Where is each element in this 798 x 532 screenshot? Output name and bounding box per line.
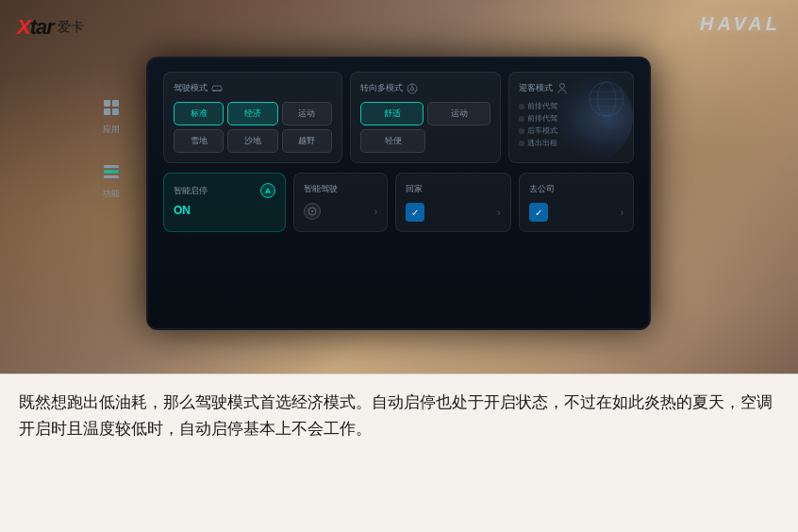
- caption-text: 既然想跑出低油耗，那么驾驶模式首选经济模式。自动启停也处于开启状态，不过在如此炎…: [19, 390, 779, 442]
- drive-mode-standard[interactable]: 标准: [174, 102, 224, 125]
- drive-mode-economy[interactable]: 经济: [227, 102, 277, 125]
- company-nav-chevron: ›: [621, 208, 623, 218]
- drive-mode-sand[interactable]: 沙地: [227, 129, 277, 153]
- steer-sport[interactable]: 运动: [427, 102, 490, 125]
- drive-mode-buttons: 标准 经济 运动 雪地 沙地 越野: [174, 102, 332, 153]
- aika-label: 爱卡: [58, 19, 84, 36]
- company-nav-content: ✓ ›: [529, 203, 624, 222]
- svg-rect-6: [104, 175, 119, 178]
- drive-mode-panel: 驾驶模式 标准 经济 运动 雪地: [163, 72, 342, 163]
- passenger-item-4[interactable]: 逃出出租: [519, 139, 623, 148]
- func-icon: [98, 158, 125, 185]
- drive-mode-offroad[interactable]: 越野: [282, 129, 332, 153]
- sidebar-apps-label: 应用: [103, 124, 120, 136]
- watermark-right: HAVAL: [700, 13, 781, 35]
- auto-stop-panel: 智能启停 A ON: [163, 173, 286, 232]
- item-dot: [519, 116, 524, 122]
- item-dot: [519, 104, 524, 109]
- text-area: 既然想跑出低油耗，那么驾驶模式首选经济模式。自动启停也处于开启状态，不过在如此炎…: [0, 374, 798, 532]
- top-panels: 驾驶模式 标准 经济 运动 雪地: [163, 72, 634, 163]
- svg-rect-0: [104, 100, 110, 107]
- svg-rect-3: [112, 108, 119, 115]
- grid-icon: [98, 94, 125, 121]
- smart-drive-content: ›: [304, 203, 377, 220]
- item-dot: [519, 128, 524, 134]
- steer-comfortable[interactable]: 舒适: [360, 102, 424, 125]
- svg-rect-1: [112, 100, 119, 107]
- home-check-icon: ✓: [406, 203, 424, 222]
- svg-point-8: [219, 90, 221, 91]
- home-nav-title: 回家: [406, 183, 501, 195]
- svg-line-13: [414, 90, 417, 91]
- watermark-left: Xtar 爱卡: [17, 15, 84, 40]
- smart-drive-chevron: ›: [374, 207, 377, 217]
- home-nav-chevron: ›: [497, 208, 500, 218]
- company-check-icon: ✓: [529, 203, 548, 222]
- steering-icon: [407, 83, 418, 94]
- drive-mode-sport[interactable]: 运动: [282, 102, 332, 125]
- auto-stop-header: 智能启停 A: [174, 183, 275, 198]
- svg-rect-4: [104, 165, 119, 168]
- svg-point-21: [311, 210, 313, 212]
- smart-drive-icon: [304, 203, 321, 220]
- steer-mode-buttons: 舒适 运动 轻便: [360, 102, 490, 153]
- sidebar: 应用 功能: [85, 94, 137, 200]
- sidebar-item-apps[interactable]: 应用: [98, 94, 125, 136]
- sidebar-item-functions[interactable]: 功能: [98, 158, 125, 200]
- company-nav-panel[interactable]: 去公司 ✓ ›: [519, 173, 635, 232]
- passenger-item-3[interactable]: 后车模式: [519, 126, 623, 136]
- haval-logo: HAVAL: [700, 13, 781, 34]
- auto-stop-status: ON: [174, 204, 275, 217]
- item-dot: [519, 141, 524, 146]
- drive-mode-snow[interactable]: 雪地: [174, 129, 224, 153]
- svg-point-10: [411, 87, 414, 90]
- steer-mode-panel: 转向多模式 舒适 运动: [350, 72, 501, 163]
- sidebar-func-label: 功能: [103, 188, 120, 200]
- car-icon: [211, 83, 223, 94]
- svg-rect-2: [104, 108, 110, 115]
- photo-area: Xtar 爱卡 HAVAL 应用: [0, 0, 798, 377]
- passenger-item-2[interactable]: 前排代驾: [519, 114, 623, 124]
- svg-point-7: [213, 90, 215, 91]
- steer-light[interactable]: 轻便: [360, 129, 425, 153]
- bottom-panels: 智能启停 A ON 智能驾驶: [163, 173, 634, 232]
- steer-mode-title: 转向多模式: [360, 82, 490, 94]
- smart-drive-panel[interactable]: 智能驾驶 ›: [293, 173, 388, 232]
- drive-mode-title: 驾驶模式: [174, 82, 332, 94]
- passenger-mode-panel: 迎客模式 前排代驾: [508, 72, 634, 163]
- auto-stop-icon: A: [260, 183, 275, 198]
- passenger-item-1[interactable]: 前排代驾: [519, 102, 623, 111]
- company-nav-title: 去公司: [529, 183, 624, 195]
- xtar-logo: Xtar: [17, 15, 54, 40]
- passenger-mode-items: 前排代驾 前排代驾 后车模式 逃出出租: [519, 102, 623, 148]
- svg-rect-5: [104, 171, 119, 174]
- smart-drive-title: 智能驾驶: [304, 183, 377, 195]
- auto-stop-title: 智能启停: [174, 185, 208, 197]
- svg-line-12: [408, 90, 411, 91]
- home-nav-content: ✓ ›: [406, 203, 501, 222]
- car-screen: 驾驶模式 标准 经济 运动 雪地: [146, 57, 651, 330]
- home-nav-panel[interactable]: 回家 ✓ ›: [395, 173, 511, 232]
